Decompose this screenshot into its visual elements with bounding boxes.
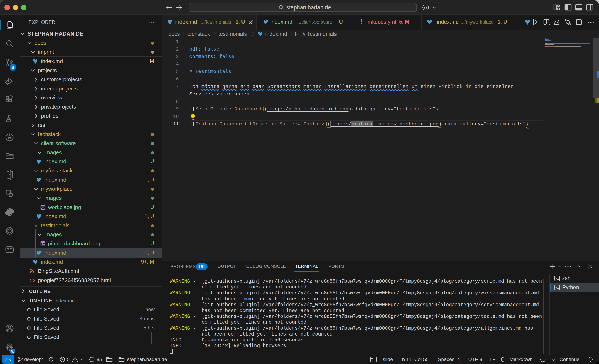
svg-text:abc: abc xyxy=(296,33,300,36)
